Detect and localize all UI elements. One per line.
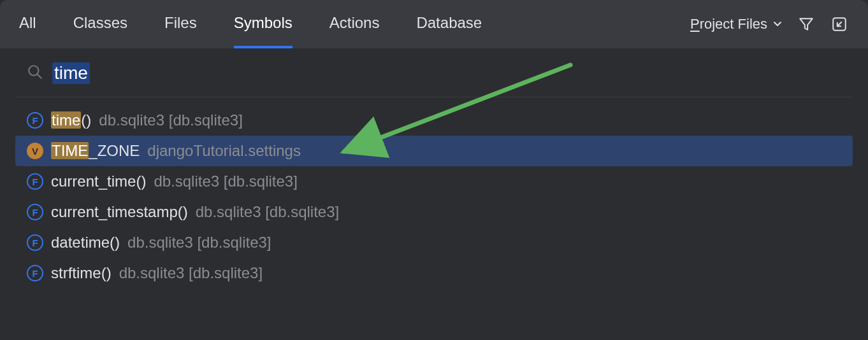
tabs-right-group: Project Files	[690, 15, 849, 34]
open-in-toolwindow-icon[interactable]	[830, 15, 849, 34]
result-location: db.sqlite3 [db.sqlite3]	[119, 264, 263, 282]
result-row-selected[interactable]: V TIME_ZONE djangoTutorial.settings	[15, 136, 853, 166]
function-icon: F	[27, 204, 43, 220]
tab-database[interactable]: Database	[416, 0, 482, 48]
function-icon: F	[27, 234, 43, 251]
filter-icon[interactable]	[797, 15, 816, 34]
svg-line-2	[37, 74, 41, 78]
search-tabs-bar: All Classes Files Symbols Actions Databa…	[0, 0, 868, 48]
scope-hotkey: P	[690, 16, 700, 32]
variable-icon: V	[27, 143, 43, 159]
tab-actions[interactable]: Actions	[329, 0, 380, 48]
results-list: F time() db.sqlite3 [db.sqlite3] V TIME_…	[0, 97, 868, 296]
result-name: TIME_ZONE	[51, 142, 140, 160]
result-name: current_time()	[51, 173, 146, 190]
chevron-down-icon	[772, 16, 783, 32]
result-location: db.sqlite3 [db.sqlite3]	[127, 234, 271, 251]
result-row[interactable]: F current_timestamp() db.sqlite3 [db.sql…	[0, 197, 868, 227]
search-icon	[27, 64, 43, 83]
result-location: db.sqlite3 [db.sqlite3]	[196, 203, 339, 221]
result-name: current_timestamp()	[51, 203, 188, 221]
result-row[interactable]: F strftime() db.sqlite3 [db.sqlite3]	[0, 258, 868, 288]
search-input[interactable]: time	[52, 62, 90, 84]
result-row[interactable]: F datetime() db.sqlite3 [db.sqlite3]	[0, 227, 868, 258]
function-icon: F	[27, 112, 43, 129]
function-icon: F	[27, 265, 43, 281]
scope-dropdown[interactable]: Project Files	[690, 16, 783, 32]
tab-all[interactable]: All	[19, 0, 36, 48]
search-bar: time	[0, 48, 868, 97]
scope-label-rest: roject Files	[700, 16, 767, 32]
tab-files[interactable]: Files	[164, 0, 197, 48]
result-location: db.sqlite3 [db.sqlite3]	[99, 111, 242, 129]
result-location: djangoTutorial.settings	[147, 142, 301, 160]
result-location: db.sqlite3 [db.sqlite3]	[154, 173, 297, 190]
result-name: time()	[51, 111, 91, 129]
function-icon: F	[27, 173, 43, 190]
tab-classes[interactable]: Classes	[73, 0, 127, 48]
tab-symbols[interactable]: Symbols	[234, 0, 293, 48]
tabs-left-group: All Classes Files Symbols Actions Databa…	[19, 0, 482, 48]
result-row[interactable]: F current_time() db.sqlite3 [db.sqlite3]	[0, 166, 868, 197]
result-name: strftime()	[51, 264, 112, 282]
result-row[interactable]: F time() db.sqlite3 [db.sqlite3]	[0, 105, 868, 136]
result-name: datetime()	[51, 234, 120, 251]
